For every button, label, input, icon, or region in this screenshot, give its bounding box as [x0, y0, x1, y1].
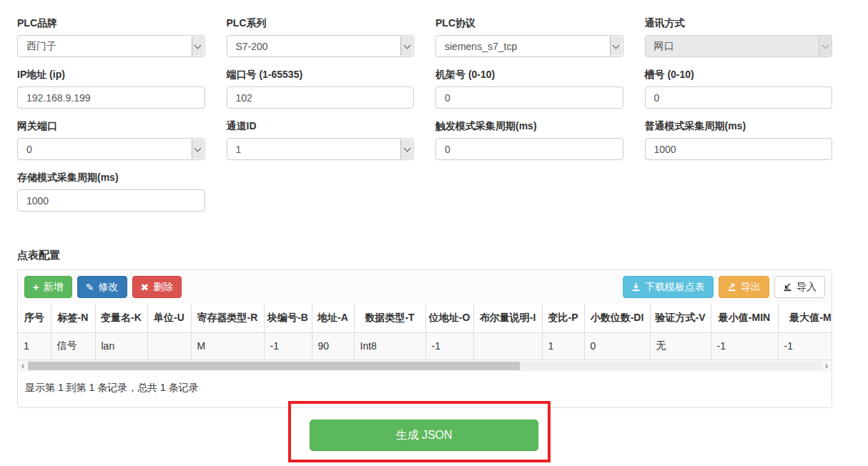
chevron-down-icon [400, 36, 413, 56]
table-cell: Int8 [354, 332, 425, 360]
import-button[interactable]: 导入 [774, 276, 825, 298]
scrollbar-track[interactable] [28, 362, 822, 370]
add-button-label: 新增 [44, 281, 64, 294]
slot-number-group: 槽号 (0-10) [645, 69, 833, 109]
scroll-left-icon[interactable]: ‹ [18, 361, 28, 371]
delete-button-label: 删除 [153, 281, 173, 294]
table-cell: 1 [542, 332, 584, 360]
delete-button[interactable]: ✖ 删除 [132, 276, 182, 298]
plc-protocol-select[interactable]: siemens_s7_tcp [435, 35, 623, 57]
chevron-down-icon [192, 139, 204, 159]
storage-period-input[interactable] [17, 189, 205, 212]
plc-brand-select[interactable]: 西门子 [17, 35, 205, 57]
column-header[interactable]: 变量名-K [95, 304, 147, 332]
column-header[interactable]: 最小值-MIN [711, 304, 778, 332]
chevron-down-icon [192, 36, 204, 56]
chevron-down-icon [819, 36, 831, 56]
gateway-port-value: 0 [26, 144, 196, 155]
comm-method-label: 通讯方式 [645, 17, 833, 30]
plc-form: PLC品牌西门子PLC系列S7-200PLC协议siemens_s7_tcp通讯… [17, 17, 832, 212]
plc-series-value: S7-200 [236, 41, 405, 52]
plc-config-page: PLC品牌西门子PLC系列S7-200PLC协议siemens_s7_tcp通讯… [0, 0, 849, 408]
column-header[interactable]: 位地址-O [425, 304, 473, 332]
point-table-title: 点表配置 [17, 249, 832, 262]
table-cell [147, 332, 191, 360]
column-header[interactable]: 最大值-MAX [778, 304, 832, 332]
download-icon [631, 282, 641, 292]
table-cell: M [191, 332, 264, 360]
table-cell: -1 [264, 332, 312, 360]
edit-button[interactable]: ✎ 修改 [77, 276, 127, 298]
channel-id-value: 1 [236, 144, 405, 155]
comm-method-value: 网口 [654, 40, 824, 53]
point-table-body: 1信号lanM-190Int8-110无-1-1 [18, 332, 832, 360]
record-summary: 显示第 1 到第 1 条记录，总共 1 条记录 [18, 372, 832, 407]
import-button-label: 导入 [797, 281, 817, 294]
table-cell: -1 [711, 332, 778, 360]
port-number-input[interactable] [227, 86, 415, 109]
table-row[interactable]: 1信号lanM-190Int8-110无-1-1 [18, 332, 832, 360]
point-table-wrap: 序号标签-N变量名-K单位-U寄存器类型-R块编号-B地址-A数据类型-T位地址… [18, 304, 832, 360]
edit-button-label: 修改 [99, 281, 119, 294]
horizontal-scrollbar[interactable]: ‹ › [18, 360, 832, 372]
column-header[interactable]: 小数位数-DI [584, 304, 650, 332]
import-icon [783, 282, 792, 292]
column-header[interactable]: 序号 [18, 304, 51, 332]
plc-brand-label: PLC品牌 [17, 17, 205, 30]
plc-series-select[interactable]: S7-200 [227, 35, 415, 57]
slot-number-input[interactable] [645, 86, 833, 109]
slot-number-label: 槽号 (0-10) [645, 69, 833, 81]
trigger-period-input[interactable] [435, 138, 623, 160]
rack-number-label: 机架号 (0-10) [435, 69, 623, 81]
column-header[interactable]: 数据类型-T [354, 304, 425, 332]
table-cell: 90 [312, 332, 354, 360]
download-template-button[interactable]: 下载模板点表 [623, 276, 714, 298]
gateway-port-label: 网关端口 [17, 120, 205, 133]
scrollbar-thumb[interactable] [28, 362, 520, 370]
rack-number-input[interactable] [435, 86, 623, 109]
ip-address-label: IP地址 (ip) [17, 69, 205, 81]
gateway-port-select[interactable]: 0 [17, 138, 205, 160]
plc-protocol-label: PLC协议 [435, 17, 623, 30]
add-button[interactable]: + 新增 [24, 276, 72, 298]
table-cell: 0 [584, 332, 650, 360]
comm-method-select: 网口 [645, 35, 833, 57]
gateway-port-group: 网关端口0 [17, 120, 205, 160]
comm-method-group: 通讯方式网口 [645, 17, 833, 57]
storage-period-label: 存储模式采集周期(ms) [17, 172, 205, 184]
generate-json-button[interactable]: 生成 JSON [310, 420, 538, 451]
scroll-right-icon[interactable]: › [822, 361, 832, 371]
normal-period-input[interactable] [645, 138, 833, 160]
normal-period-group: 普通模式采集周期(ms) [645, 120, 833, 160]
column-header[interactable]: 地址-A [312, 304, 354, 332]
channel-id-group: 通道ID1 [227, 120, 415, 160]
export-icon [727, 282, 736, 292]
column-header[interactable]: 变比-P [542, 304, 584, 332]
table-cell: 无 [650, 332, 711, 360]
column-header[interactable]: 块编号-B [264, 304, 312, 332]
column-header[interactable]: 标签-N [51, 304, 95, 332]
column-header[interactable]: 单位-U [147, 304, 191, 332]
x-icon: ✖ [141, 282, 149, 292]
point-table: 序号标签-N变量名-K单位-U寄存器类型-R块编号-B地址-A数据类型-T位地址… [18, 304, 832, 360]
trigger-period-label: 触发模式采集周期(ms) [435, 120, 623, 133]
point-table-toolbar: + 新增 ✎ 修改 ✖ 删除 下载模板点表 导出 导入 [18, 270, 832, 304]
plc-series-group: PLC系列S7-200 [227, 17, 415, 57]
column-header[interactable]: 寄存器类型-R [191, 304, 264, 332]
plc-brand-value: 西门子 [26, 40, 196, 53]
port-number-group: 端口号 (1-65535) [227, 69, 415, 109]
trigger-period-group: 触发模式采集周期(ms) [435, 120, 623, 160]
column-header[interactable]: 验证方式-V [650, 304, 711, 332]
export-button-label: 导出 [741, 281, 761, 294]
point-table-panel: + 新增 ✎ 修改 ✖ 删除 下载模板点表 导出 导入 [17, 269, 832, 408]
table-cell [473, 332, 542, 360]
export-button[interactable]: 导出 [719, 276, 769, 298]
channel-id-select[interactable]: 1 [227, 138, 415, 160]
table-cell: 1 [18, 332, 51, 360]
column-header[interactable]: 布尔量说明-I [473, 304, 542, 332]
point-table-header-row: 序号标签-N变量名-K单位-U寄存器类型-R块编号-B地址-A数据类型-T位地址… [18, 304, 832, 332]
ip-address-input[interactable] [17, 86, 205, 109]
channel-id-label: 通道ID [227, 120, 415, 133]
normal-period-label: 普通模式采集周期(ms) [645, 120, 833, 133]
plc-brand-group: PLC品牌西门子 [17, 17, 205, 57]
